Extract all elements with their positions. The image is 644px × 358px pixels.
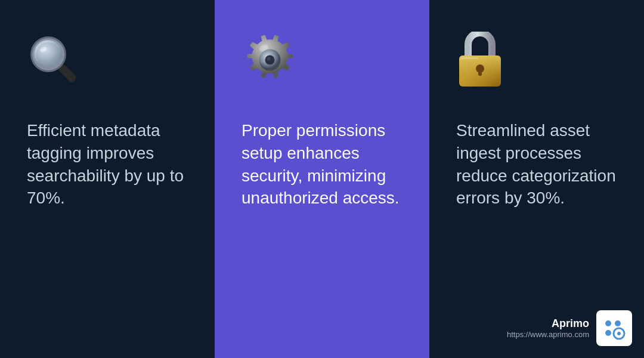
panel-right: Streamlined asset ingest processes reduc…	[429, 0, 644, 358]
right-panel-text: Streamlined asset ingest processes reduc…	[456, 119, 617, 209]
middle-panel-text: Proper permissions setup enhances securi…	[242, 119, 402, 209]
aprimo-logo	[596, 310, 632, 346]
svg-point-15	[605, 320, 611, 326]
magnifier-icon-container	[27, 30, 86, 90]
svg-point-16	[615, 320, 621, 326]
lock-icon	[456, 32, 504, 88]
lock-icon-container	[456, 30, 516, 90]
brand-name: Aprimo	[507, 317, 589, 330]
svg-rect-14	[461, 57, 479, 59]
svg-point-4	[36, 42, 60, 66]
svg-point-17	[605, 330, 611, 336]
aprimo-logo-svg	[600, 314, 628, 342]
svg-rect-13	[478, 69, 482, 76]
gear-icon-container	[242, 30, 301, 90]
branding-text: Aprimo https://www.aprimo.com	[507, 317, 589, 339]
branding: Aprimo https://www.aprimo.com	[507, 310, 632, 346]
panel-middle: Proper permissions setup enhances securi…	[215, 0, 429, 358]
svg-point-19	[617, 332, 621, 335]
gear-icon	[242, 32, 298, 88]
main-content: Efficient metadata tagging improves sear…	[0, 0, 644, 358]
magnifier-icon	[27, 33, 80, 87]
svg-point-8	[267, 57, 271, 60]
panel-left: Efficient metadata tagging improves sear…	[0, 0, 215, 358]
left-panel-text: Efficient metadata tagging improves sear…	[27, 119, 188, 209]
brand-url: https://www.aprimo.com	[507, 330, 589, 339]
